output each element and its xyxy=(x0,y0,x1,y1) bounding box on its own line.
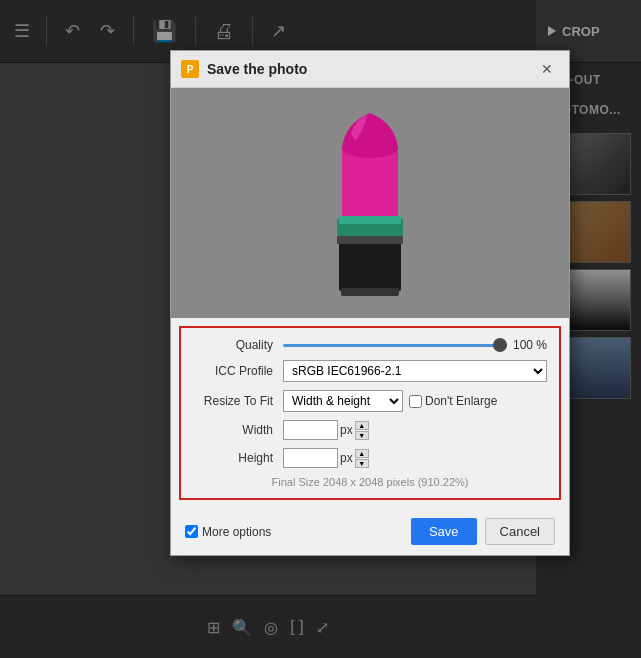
height-up-button[interactable]: ▲ xyxy=(355,449,369,458)
dont-enlarge-checkbox[interactable] xyxy=(409,395,422,408)
height-input[interactable]: 2048 xyxy=(283,448,338,468)
final-size-row: Final Size 2048 x 2048 pixels (910.22%) xyxy=(193,476,547,488)
final-size-label: Final Size 2048 x 2048 pixels (910.22%) xyxy=(272,476,469,488)
dialog-title: Save the photo xyxy=(207,61,527,77)
resize-select[interactable]: Width & height xyxy=(283,390,403,412)
svg-rect-5 xyxy=(339,236,401,291)
height-down-button[interactable]: ▼ xyxy=(355,459,369,468)
width-up-button[interactable]: ▲ xyxy=(355,421,369,430)
svg-rect-6 xyxy=(337,236,403,244)
dialog-app-icon: P xyxy=(181,60,199,78)
more-options-checkbox[interactable] xyxy=(185,525,198,538)
quality-label: Quality xyxy=(193,338,283,352)
dialog-preview xyxy=(171,88,569,318)
width-spinner: 2048 px ▲ ▼ xyxy=(283,420,369,440)
height-spin-buttons: ▲ ▼ xyxy=(355,449,369,468)
svg-rect-7 xyxy=(341,288,399,296)
quality-row: Quality 100 % xyxy=(193,338,547,352)
footer-buttons: Save Cancel xyxy=(411,518,555,545)
dialog-close-button[interactable]: ✕ xyxy=(535,59,559,79)
quality-value: 100 % xyxy=(513,338,547,352)
resize-row: Resize To Fit Width & height Don't Enlar… xyxy=(193,390,547,412)
dont-enlarge-checkbox-label[interactable]: Don't Enlarge xyxy=(409,394,497,408)
height-spinner: 2048 px ▲ ▼ xyxy=(283,448,369,468)
height-control: 2048 px ▲ ▼ xyxy=(283,448,547,468)
dialog-overlay: P Save the photo ✕ xyxy=(0,0,641,658)
width-label: Width xyxy=(193,423,283,437)
dialog-titlebar: P Save the photo ✕ xyxy=(171,51,569,88)
width-row: Width 2048 px ▲ ▼ xyxy=(193,420,547,440)
svg-rect-1 xyxy=(342,148,398,218)
icc-control: sRGB IEC61966-2.1 xyxy=(283,360,547,382)
height-unit: px xyxy=(340,451,353,465)
cancel-button[interactable]: Cancel xyxy=(485,518,555,545)
quality-control: 100 % xyxy=(283,338,547,352)
width-control: 2048 px ▲ ▼ xyxy=(283,420,547,440)
save-dialog: P Save the photo ✕ xyxy=(170,50,570,556)
icc-label: ICC Profile xyxy=(193,364,283,378)
width-unit: px xyxy=(340,423,353,437)
resize-label: Resize To Fit xyxy=(193,394,283,408)
svg-rect-4 xyxy=(339,216,401,224)
dialog-footer: More options Save Cancel xyxy=(171,508,569,555)
height-row: Height 2048 px ▲ ▼ xyxy=(193,448,547,468)
icc-select[interactable]: sRGB IEC61966-2.1 xyxy=(283,360,547,382)
icc-row: ICC Profile sRGB IEC61966-2.1 xyxy=(193,360,547,382)
more-options-label[interactable]: More options xyxy=(185,525,411,539)
width-spin-buttons: ▲ ▼ xyxy=(355,421,369,440)
resize-control: Width & height Don't Enlarge xyxy=(283,390,547,412)
width-down-button[interactable]: ▼ xyxy=(355,431,369,440)
save-button[interactable]: Save xyxy=(411,518,477,545)
lipstick-image xyxy=(315,103,425,303)
height-label: Height xyxy=(193,451,283,465)
dialog-settings-panel: Quality 100 % ICC Profile sRGB IEC61966-… xyxy=(179,326,561,500)
quality-slider[interactable] xyxy=(283,344,507,347)
width-input[interactable]: 2048 xyxy=(283,420,338,440)
